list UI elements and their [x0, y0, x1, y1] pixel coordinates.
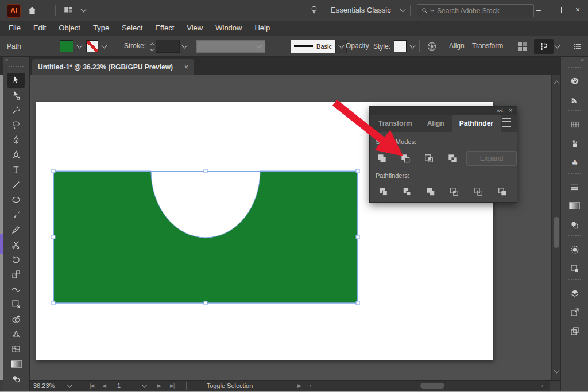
free-transform-tool[interactable]	[7, 297, 25, 312]
document-tab-close-icon[interactable]: ×	[184, 63, 188, 71]
blend-tool[interactable]	[7, 371, 25, 386]
panel-group-drag-handle[interactable]	[568, 235, 581, 239]
selection-handle[interactable]	[204, 169, 207, 173]
panel-tab-align[interactable]: Align	[420, 115, 452, 132]
selection-tool[interactable]	[7, 73, 25, 88]
ellipse-tool[interactable]	[7, 192, 25, 207]
artboards-panel-icon[interactable]	[561, 302, 588, 321]
arrange-documents-chevron-icon[interactable]	[81, 7, 87, 13]
mesh-tool[interactable]	[7, 341, 25, 356]
selection-handle[interactable]	[356, 235, 359, 239]
type-tool[interactable]	[7, 162, 25, 177]
trim-button[interactable]	[400, 184, 415, 199]
selection-handle[interactable]	[52, 235, 55, 239]
fill-chevron-icon[interactable]	[75, 40, 84, 52]
layers-panel-icon[interactable]	[561, 284, 588, 302]
toolbar-drag-handle[interactable]	[9, 66, 24, 69]
selection-handle[interactable]	[204, 301, 207, 305]
curvature-tool[interactable]	[7, 148, 25, 162]
search-input[interactable]	[436, 6, 513, 15]
close-button[interactable]: ×	[570, 3, 586, 16]
graphic-styles-panel-icon[interactable]	[561, 259, 588, 278]
last-artboard-button[interactable]: ▶|	[170, 381, 174, 391]
hscroll-right-icon[interactable]: ›	[541, 381, 543, 391]
status-display[interactable]: Toggle Selection	[177, 381, 283, 391]
panel-group-drag-handle[interactable]	[568, 67, 581, 70]
unite-button[interactable]	[374, 151, 389, 166]
recolor-artwork-icon[interactable]	[426, 36, 438, 57]
scale-tool[interactable]	[7, 267, 25, 282]
document-tab[interactable]: Untitled-1* @ 36.23% (RGB/GPU Preview) ×	[32, 59, 194, 75]
line-segment-tool[interactable]	[7, 177, 25, 192]
artboard-number[interactable]: 1	[117, 381, 121, 391]
artboard-chevron-icon[interactable]	[142, 381, 146, 391]
workspace-switcher[interactable]: Essentials Classic	[331, 6, 391, 14]
lasso-tool[interactable]	[7, 118, 25, 133]
menu-object[interactable]: Object	[52, 21, 87, 36]
color-guide-panel-icon[interactable]	[561, 90, 588, 109]
fill-color-swatch[interactable]	[60, 40, 74, 52]
zoom-level[interactable]: 36.23%	[33, 381, 55, 391]
status-expand-icon[interactable]: ▶	[297, 381, 301, 391]
asset-export-panel-icon[interactable]	[561, 321, 588, 340]
brushes-panel-icon[interactable]	[561, 134, 588, 153]
menu-file[interactable]: File	[2, 21, 27, 36]
transform-panel-link[interactable]: Transform	[472, 42, 503, 51]
brush-definition-dropdown[interactable]: Basic	[291, 40, 335, 53]
pen-tool[interactable]	[7, 133, 25, 148]
stroke-weight-stepper[interactable]	[148, 40, 156, 53]
appearance-panel-icon[interactable]	[561, 240, 588, 259]
transparency-panel-icon[interactable]	[561, 215, 588, 234]
exclude-button[interactable]	[445, 151, 460, 166]
menu-select[interactable]: Select	[115, 21, 149, 36]
opacity-link[interactable]: Opacity	[346, 42, 369, 51]
next-artboard-button[interactable]: ▶	[157, 381, 161, 391]
workspace-grid-icon[interactable]	[518, 42, 527, 51]
shape-builder-tool[interactable]	[7, 312, 25, 327]
vertical-scrollbar-thumb[interactable]	[554, 217, 559, 248]
panel-close-icon[interactable]: ×	[509, 107, 512, 115]
panel-cycle-button[interactable]	[534, 39, 554, 54]
search-chevron-icon[interactable]	[430, 7, 434, 11]
symbols-panel-icon[interactable]: ♣	[561, 153, 588, 172]
crop-button[interactable]	[447, 184, 462, 199]
outline-button[interactable]	[471, 184, 486, 199]
panel-tab-pathfinder[interactable]: Pathfinder	[452, 115, 501, 132]
style-chevron-icon[interactable]	[408, 40, 417, 52]
workspace-chevron-icon[interactable]	[400, 7, 406, 13]
panel-collapse-icon[interactable]: ««	[497, 107, 503, 115]
stroke-weight-chevron-icon[interactable]	[180, 40, 189, 52]
swatches-panel-icon[interactable]	[561, 115, 588, 134]
brush-chevron-icon[interactable]	[335, 40, 347, 53]
direct-selection-tool[interactable]	[7, 88, 25, 103]
lightbulb-icon[interactable]	[309, 5, 319, 15]
maximize-button[interactable]	[550, 3, 566, 16]
paintbrush-tool[interactable]	[7, 207, 25, 222]
vertical-scrollbar[interactable]	[551, 75, 560, 380]
stroke-panel-icon[interactable]	[561, 177, 588, 196]
artwork-shape[interactable]	[53, 171, 358, 303]
magic-wand-tool[interactable]	[7, 103, 25, 118]
dock-collapse-icon[interactable]: «	[561, 57, 588, 65]
selection-handle[interactable]	[356, 301, 359, 305]
panel-list-icon[interactable]	[572, 36, 582, 57]
minus-back-button[interactable]	[495, 184, 510, 199]
menu-effect[interactable]: Effect	[149, 21, 180, 36]
arrange-documents-icon[interactable]	[63, 5, 74, 15]
pencil-tool[interactable]	[7, 222, 25, 237]
menu-edit[interactable]: Edit	[27, 21, 52, 36]
stroke-chevron-icon[interactable]	[99, 40, 109, 52]
rotate-tool[interactable]	[7, 252, 25, 267]
menu-type[interactable]: Type	[87, 21, 115, 36]
style-swatch[interactable]	[394, 40, 407, 52]
previous-artboard-button[interactable]: ◀	[102, 381, 106, 391]
width-tool[interactable]	[7, 282, 25, 297]
toolbar-collapse-icon[interactable]: »	[3, 57, 29, 65]
align-panel-link[interactable]: Align	[449, 42, 465, 51]
color-panel-icon[interactable]	[561, 71, 588, 90]
scroll-down-icon[interactable]	[554, 368, 560, 374]
scissors-tool[interactable]	[7, 237, 25, 252]
hscroll-left-icon[interactable]: ‹	[310, 381, 311, 391]
panel-group-drag-handle[interactable]	[568, 110, 581, 114]
gradient-tool[interactable]	[7, 356, 25, 371]
